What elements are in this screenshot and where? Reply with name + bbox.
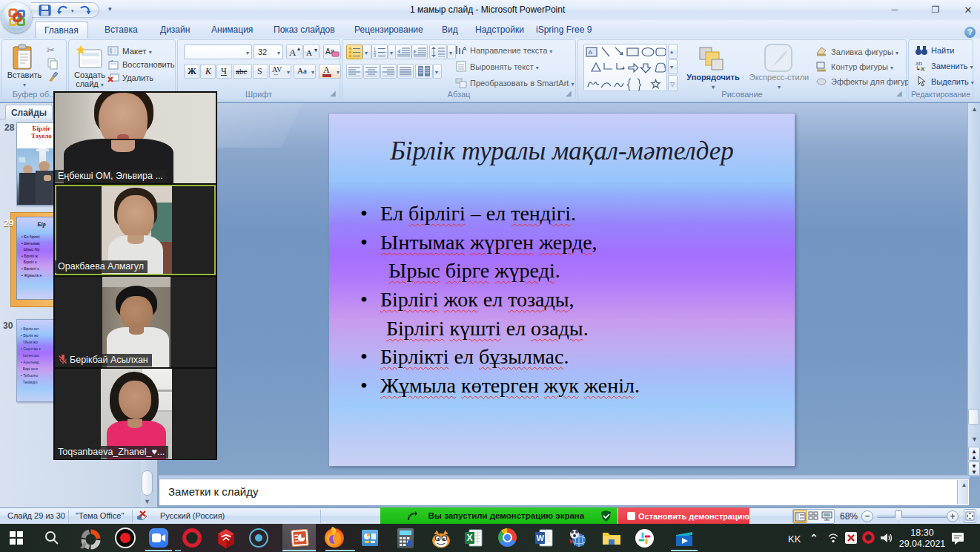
svg-text:18:30: 18:30 (910, 528, 933, 538)
svg-text:▾: ▾ (71, 8, 74, 13)
svg-text:W: W (537, 533, 545, 542)
svg-text:3: 3 (374, 53, 376, 57)
svg-text:c: c (922, 65, 925, 71)
svg-text:A: A (463, 45, 467, 52)
svg-text:X: X (467, 533, 473, 543)
svg-text:A: A (589, 49, 593, 56)
svg-text:29.04.2021: 29.04.2021 (899, 539, 946, 549)
